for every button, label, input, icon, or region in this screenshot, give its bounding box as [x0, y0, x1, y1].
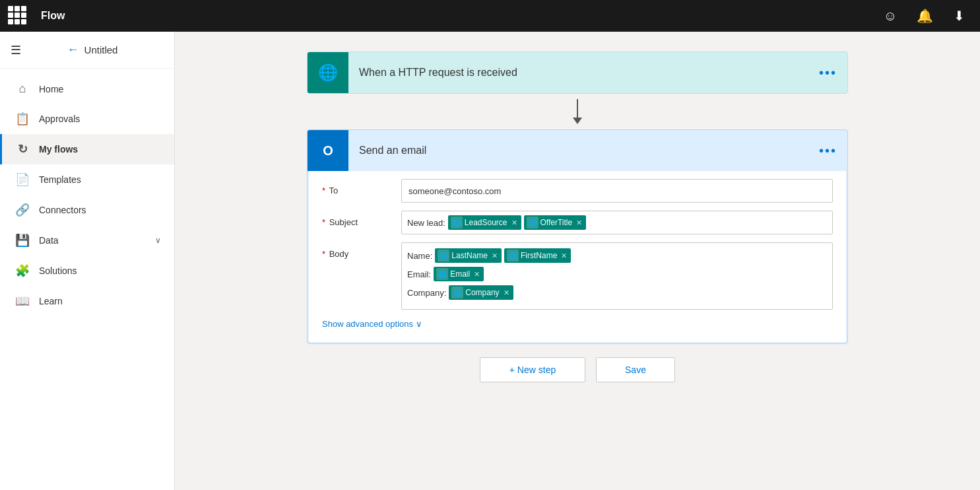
- new-step-button[interactable]: + New step: [480, 357, 585, 382]
- body-name-line: Name: 🌐 LastName ✕ 🌐 FirstName ✕: [407, 248, 827, 263]
- tag-offertitle-icon: 🌐: [527, 217, 539, 228]
- chevron-down-advanced-icon: ∨: [416, 319, 422, 329]
- to-input[interactable]: [401, 179, 833, 203]
- waffle-icon[interactable]: [8, 6, 28, 26]
- sidebar-label-templates: Templates: [39, 174, 81, 185]
- sidebar-item-approvals[interactable]: 📋 Approvals: [0, 104, 174, 134]
- tag-firstname-text: FirstName: [521, 251, 557, 260]
- sidebar: ☰ ← Untitled ⌂ Home 📋 Approvals ↻ My flo…: [0, 32, 175, 490]
- sidebar-item-solutions[interactable]: 🧩 Solutions: [0, 256, 174, 286]
- arrow-head: [573, 118, 582, 124]
- bottom-buttons: + New step Save: [480, 357, 675, 382]
- action-header[interactable]: O Send an email •••: [308, 130, 847, 171]
- body-input[interactable]: Name: 🌐 LastName ✕ 🌐 FirstName ✕: [401, 242, 833, 310]
- tag-company-text: Company: [465, 288, 499, 297]
- trigger-label: When a HTTP request is received: [348, 67, 808, 79]
- tag-firstname-close[interactable]: ✕: [561, 252, 567, 260]
- action-block: O Send an email ••• * To: [307, 129, 848, 344]
- back-area: ← Untitled: [21, 43, 164, 57]
- tag-lastname-text: LastName: [451, 251, 488, 260]
- tag-company-icon: 🌐: [451, 287, 463, 298]
- to-label: * To: [322, 179, 401, 195]
- sidebar-label-approvals: Approvals: [39, 114, 80, 124]
- connectors-icon: 🔗: [15, 203, 30, 217]
- trigger-more-button[interactable]: •••: [808, 65, 847, 81]
- smiley-icon[interactable]: ☺: [877, 3, 903, 29]
- download-icon[interactable]: ⬇: [946, 3, 972, 29]
- arrow-line: [577, 99, 578, 118]
- body-label: * Body: [322, 242, 401, 259]
- to-row: * To: [322, 179, 833, 204]
- action-icon: O: [308, 130, 348, 171]
- tag-lastname-icon: 🌐: [438, 250, 449, 262]
- sidebar-item-learn[interactable]: 📖 Learn: [0, 286, 174, 316]
- tag-email: 🌐 Email ✕: [434, 267, 484, 281]
- outlook-logo: O: [323, 143, 333, 158]
- save-button[interactable]: Save: [596, 357, 675, 382]
- flow-container: 🌐 When a HTTP request is received ••• O …: [307, 52, 848, 382]
- approvals-icon: 📋: [15, 112, 30, 126]
- body-company-prefix: Company:: [407, 288, 446, 298]
- sidebar-item-templates[interactable]: 📄 Templates: [0, 164, 174, 195]
- back-button[interactable]: ←: [67, 43, 79, 57]
- body-email-line: Email: 🌐 Email ✕: [407, 267, 827, 281]
- tag-company-close[interactable]: ✕: [504, 289, 509, 297]
- learn-icon: 📖: [15, 294, 30, 308]
- show-advanced-label: Show advanced options: [322, 319, 413, 329]
- sidebar-label-myflows: My flows: [39, 144, 78, 155]
- sidebar-nav: ⌂ Home 📋 Approvals ↻ My flows 📄 Template…: [0, 69, 174, 490]
- body-name-prefix: Name:: [407, 251, 432, 261]
- tag-firstname: 🌐 FirstName ✕: [504, 248, 571, 263]
- sidebar-item-connectors[interactable]: 🔗 Connectors: [0, 195, 174, 225]
- form-body: * To * Subject New lead:: [309, 171, 846, 342]
- tag-email-icon: 🌐: [436, 268, 448, 280]
- tag-offertitle-text: OfferTitle: [540, 218, 573, 227]
- body-row: * Body Name: 🌐 LastName ✕: [322, 242, 833, 310]
- sidebar-label-home: Home: [39, 84, 63, 94]
- action-label: Send an email: [348, 145, 808, 157]
- body-company-line: Company: 🌐 Company ✕: [407, 285, 827, 300]
- bell-icon[interactable]: 🔔: [911, 3, 938, 29]
- sidebar-label-connectors: Connectors: [39, 205, 86, 215]
- main-layout: ☰ ← Untitled ⌂ Home 📋 Approvals ↻ My flo…: [0, 32, 980, 490]
- sidebar-label-learn: Learn: [39, 296, 63, 306]
- tag-offertitle: 🌐 OfferTitle ✕: [524, 215, 587, 230]
- sidebar-top: ☰ ← Untitled: [0, 32, 174, 69]
- topbar: Flow ☺ 🔔 ⬇: [0, 0, 980, 32]
- subject-input[interactable]: New lead: 🌐 LeadSource ✕ 🌐 OfferTitle ✕: [401, 211, 833, 234]
- sidebar-label-solutions: Solutions: [39, 265, 77, 276]
- myflows-icon: ↻: [15, 142, 30, 157]
- tag-firstname-icon: 🌐: [507, 250, 519, 262]
- sidebar-item-data[interactable]: 💾 Data ∨: [0, 225, 174, 256]
- hamburger-icon[interactable]: ☰: [11, 43, 21, 57]
- tag-offertitle-close[interactable]: ✕: [576, 219, 582, 227]
- to-required: *: [322, 186, 325, 195]
- tag-lastname: 🌐 LastName ✕: [435, 248, 502, 263]
- show-advanced-options[interactable]: Show advanced options ∨: [322, 316, 833, 332]
- trigger-block[interactable]: 🌐 When a HTTP request is received •••: [307, 52, 848, 94]
- templates-icon: 📄: [15, 172, 30, 187]
- sidebar-label-data: Data: [39, 235, 59, 246]
- subject-row: * Subject New lead: 🌐 LeadSource ✕ �: [322, 211, 833, 236]
- page-title: Untitled: [84, 44, 118, 55]
- tag-leadsource: 🌐 LeadSource ✕: [448, 215, 521, 230]
- app-title: Flow: [41, 10, 65, 22]
- flow-arrow: [573, 94, 582, 129]
- sidebar-item-myflows[interactable]: ↻ My flows: [0, 134, 174, 164]
- data-icon: 💾: [15, 233, 30, 248]
- action-more-button[interactable]: •••: [808, 143, 847, 158]
- subject-required: *: [322, 217, 325, 227]
- tag-leadsource-close[interactable]: ✕: [511, 219, 517, 227]
- tag-lastname-close[interactable]: ✕: [492, 252, 498, 260]
- body-required: *: [322, 249, 325, 259]
- chevron-down-icon: ∨: [155, 236, 161, 245]
- sidebar-item-home[interactable]: ⌂ Home: [0, 74, 174, 104]
- subject-prefix: New lead:: [407, 218, 445, 228]
- tag-email-close[interactable]: ✕: [474, 270, 480, 279]
- body-email-prefix: Email:: [407, 269, 431, 279]
- tag-leadsource-icon: 🌐: [451, 217, 463, 228]
- content-area: 🌐 When a HTTP request is received ••• O …: [175, 32, 980, 490]
- solutions-icon: 🧩: [15, 263, 30, 278]
- tag-leadsource-text: LeadSource: [465, 218, 507, 227]
- home-icon: ⌂: [15, 82, 30, 96]
